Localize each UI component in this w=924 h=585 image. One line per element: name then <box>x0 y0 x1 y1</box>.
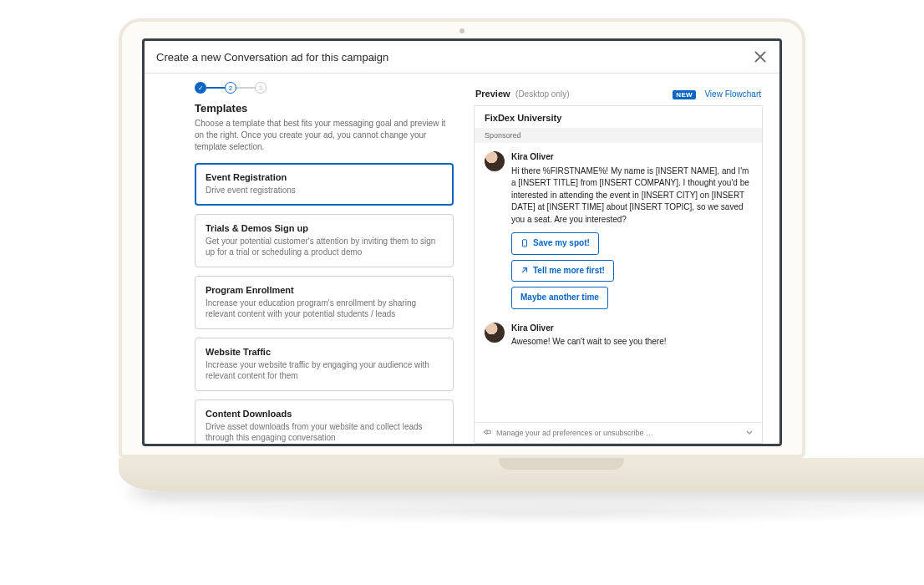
company-name: FixDex University <box>475 106 762 128</box>
preview-label: Preview <box>475 89 510 99</box>
template-description: Get your potential customer's attention … <box>206 236 443 258</box>
svg-point-1 <box>525 245 525 246</box>
step-connector-2 <box>236 87 255 89</box>
template-description: Drive event registrations <box>206 185 443 196</box>
chevron-down-icon <box>745 428 754 438</box>
laptop-frame: Create a new Conversation ad for this ca… <box>119 18 805 525</box>
preview-header: Preview (Desktop only) NEW View Flowchar… <box>474 82 763 105</box>
template-title: Program Enrollment <box>206 285 443 295</box>
message-body: Kira OliverHi there %FIRSTNAME%! My name… <box>511 151 752 309</box>
sponsored-label: Sponsored <box>475 128 762 143</box>
templates-description: Choose a template that best fits your me… <box>195 118 454 153</box>
template-card[interactable]: Trials & Demos Sign upGet your potential… <box>195 214 454 267</box>
template-list: Event RegistrationDrive event registrati… <box>195 163 454 444</box>
app-screen: Create a new Conversation ad for this ca… <box>142 38 782 446</box>
template-card[interactable]: Content DownloadsDrive asset downloads f… <box>195 399 454 445</box>
template-title: Trials & Demos Sign up <box>206 223 443 233</box>
sender-name: Kira Oliver <box>511 323 667 335</box>
avatar <box>485 151 505 171</box>
stepper: ✓ 2 3 <box>195 82 454 94</box>
preview-frame: FixDex University Sponsored Kira OliverH… <box>474 105 763 444</box>
step-1-complete[interactable]: ✓ <box>195 82 206 94</box>
template-title: Content Downloads <box>206 409 443 419</box>
cta-label: Save my spot! <box>533 237 590 250</box>
cta-label: Maybe another time <box>520 292 599 304</box>
check-icon: ✓ <box>198 84 204 92</box>
sender-name: Kira Oliver <box>511 151 752 164</box>
message-text: Awesome! We can't wait to see you there! <box>511 336 667 348</box>
phone-icon <box>520 239 529 247</box>
modal-title: Create a new Conversation ad for this ca… <box>156 51 388 64</box>
right-column: Preview (Desktop only) NEW View Flowchar… <box>474 82 763 444</box>
ad-preferences-text: Manage your ad preferences or unsubscrib… <box>496 429 653 437</box>
cta-label: Tell me more first! <box>533 265 605 277</box>
template-description: Increase your website traffic by engagin… <box>206 359 443 382</box>
template-card[interactable]: Website TrafficIncrease your website tra… <box>195 338 454 391</box>
laptop-base <box>119 458 924 491</box>
left-column: ✓ 2 3 Templates Choose a template that b… <box>195 82 454 444</box>
preferences-icon <box>483 428 491 438</box>
external-link-icon <box>520 267 529 275</box>
template-description: Drive asset downloads from your website … <box>206 421 443 444</box>
template-card[interactable]: Program EnrollmentIncrease your educatio… <box>195 276 454 329</box>
step-2-current[interactable]: 2 <box>225 82 236 94</box>
new-badge: NEW <box>673 90 696 99</box>
message: Kira OliverHi there %FIRSTNAME%! My name… <box>485 151 752 309</box>
cta-button[interactable]: Save my spot! <box>511 232 599 255</box>
template-title: Event Registration <box>206 172 443 182</box>
avatar <box>485 323 505 343</box>
modal-header: Create a new Conversation ad for this ca… <box>145 41 779 74</box>
cta-button[interactable]: Maybe another time <box>511 287 608 309</box>
message-area: Kira OliverHi there %FIRSTNAME%! My name… <box>475 143 762 422</box>
view-flowchart-link[interactable]: View Flowchart <box>704 89 761 99</box>
message: Kira OliverAwesome! We can't wait to see… <box>485 323 752 348</box>
ad-preferences-row[interactable]: Manage your ad preferences or unsubscrib… <box>475 422 762 443</box>
preview-sublabel: (Desktop only) <box>515 89 569 99</box>
message-body: Kira OliverAwesome! We can't wait to see… <box>511 323 667 348</box>
camera-dot <box>459 28 465 33</box>
template-description: Increase your education program's enroll… <box>206 298 443 320</box>
step-3-upcoming: 3 <box>255 82 267 94</box>
cta-button[interactable]: Tell me more first! <box>511 260 614 282</box>
step-connector-1 <box>206 87 225 89</box>
message-text: Hi there %FIRSTNAME%! My name is [INSERT… <box>511 165 752 226</box>
template-title: Website Traffic <box>206 347 443 357</box>
modal-body: ✓ 2 3 Templates Choose a template that b… <box>145 74 779 444</box>
laptop-shadow <box>119 500 924 525</box>
laptop-lid: Create a new Conversation ad for this ca… <box>119 18 805 458</box>
template-card[interactable]: Event RegistrationDrive event registrati… <box>195 163 454 206</box>
close-icon[interactable] <box>753 49 768 64</box>
templates-heading: Templates <box>195 102 454 114</box>
cta-button-stack: Save my spot!Tell me more first!Maybe an… <box>511 232 752 309</box>
